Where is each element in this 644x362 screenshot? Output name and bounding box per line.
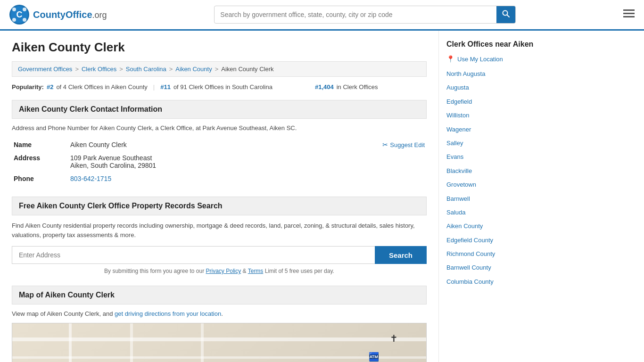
breadcrumb-sep-3: > <box>169 66 173 73</box>
list-item: Augusta <box>446 82 535 93</box>
header-search-button[interactable] <box>496 6 515 23</box>
hamburger-menu-button[interactable] <box>623 9 635 20</box>
sidebar-link-columbia-county[interactable]: Columbia County <box>446 278 494 285</box>
header-search-area <box>214 6 516 24</box>
map-poi-1: ✝ <box>390 333 398 344</box>
use-location-label: Use My Location <box>457 56 503 63</box>
rank1-text: of 4 Clerk Offices in Aiken County <box>56 83 147 90</box>
contact-section-header: Aiken County Clerk Contact Information <box>12 100 427 119</box>
list-item: Columbia County <box>446 276 535 287</box>
sidebar-link-barnwell[interactable]: Barnwell <box>446 195 470 202</box>
map-road-h1 <box>12 337 426 341</box>
sidebar-link-edgefield[interactable]: Edgefield <box>446 98 472 105</box>
sidebar: Clerk Offices near Aiken 📍 Use My Locati… <box>438 31 542 362</box>
content-area: Aiken County Clerk Government Offices > … <box>0 31 438 362</box>
list-item: Blackville <box>446 165 535 176</box>
header-search-input[interactable] <box>215 7 496 22</box>
pin-icon: 📍 <box>446 55 454 63</box>
address-row: Address 109 Park Avenue Southeast Aiken,… <box>12 151 427 172</box>
address-line2: Aiken, South Carolina, 29801 <box>70 162 425 169</box>
phone-value: 803-642-1715 <box>68 172 427 185</box>
rank3-num: #1,404 <box>315 83 334 90</box>
logo-icon: C <box>9 5 29 25</box>
contact-description: Address and Phone Number for Aiken Count… <box>12 124 427 132</box>
breadcrumb-current: Aiken County Clerk <box>221 66 273 73</box>
list-item: Wagener <box>446 124 535 135</box>
svg-rect-11 <box>623 16 635 17</box>
sidebar-link-wagener[interactable]: Wagener <box>446 126 471 133</box>
use-my-location-link[interactable]: 📍 Use My Location <box>446 55 535 63</box>
sidebar-link-blackville[interactable]: Blackville <box>446 167 472 174</box>
name-value: Aiken County Clerk ✂ Suggest Edit <box>68 138 427 151</box>
address-search-input[interactable] <box>12 246 375 264</box>
logo-area: C CountyOffice.org <box>9 5 107 25</box>
list-item: Aiken County <box>446 221 535 231</box>
sidebar-link-north-augusta[interactable]: North Augusta <box>446 70 485 77</box>
edit-icon: ✂ <box>382 141 388 148</box>
header: C CountyOffice.org <box>0 0 644 31</box>
list-item: Williston <box>446 110 535 121</box>
page-title: Aiken County Clerk <box>12 40 427 55</box>
sidebar-title: Clerk Offices near Aiken <box>446 40 535 49</box>
map-placeholder[interactable]: ✝ 🏧 Aiken County Clerk of Court <box>12 323 427 362</box>
address-label: Address <box>12 151 68 172</box>
suggest-edit-label: Suggest Edit <box>390 141 425 148</box>
sidebar-link-aiken-county[interactable]: Aiken County <box>446 222 483 230</box>
address-search-form: Search <box>12 246 427 264</box>
sidebar-link-saluda[interactable]: Saluda <box>446 209 465 216</box>
phone-label: Phone <box>12 172 68 185</box>
list-item: Grovetown <box>446 179 535 190</box>
svg-point-3 <box>12 8 16 11</box>
hamburger-icon <box>623 9 635 18</box>
map-desc-suffix: . <box>221 310 223 317</box>
list-item: Saluda <box>446 207 535 218</box>
contact-info-table: Name Aiken County Clerk ✂ Suggest Edit A… <box>12 138 427 185</box>
contact-section: Aiken County Clerk Contact Information A… <box>12 100 427 185</box>
phone-link[interactable]: 803-642-1715 <box>70 175 111 182</box>
sidebar-link-williston[interactable]: Williston <box>446 112 469 119</box>
sidebar-link-augusta[interactable]: Augusta <box>446 84 469 91</box>
map-section-header: Map of Aiken County Clerk <box>12 286 427 304</box>
logo-text: CountyOffice.org <box>33 9 107 20</box>
sidebar-link-grovetown[interactable]: Grovetown <box>446 181 476 188</box>
map-poi-2: 🏧 <box>369 352 379 362</box>
privacy-policy-link[interactable]: Privacy Policy <box>206 268 241 274</box>
sidebar-link-evans[interactable]: Evans <box>446 153 463 160</box>
terms-link[interactable]: Terms <box>248 268 264 274</box>
sidebar-links-list: North AugustaAugustaEdgefieldWillistonWa… <box>446 68 535 287</box>
breadcrumb-sep-4: > <box>215 66 219 73</box>
property-search-section: Free Aiken County Clerk Office Property … <box>12 197 427 274</box>
sidebar-link-edgefield-county[interactable]: Edgefield County <box>446 237 493 244</box>
rank3-text: in Clerk Offices <box>337 83 378 90</box>
list-item: Edgefield <box>446 96 535 107</box>
breadcrumb-aiken-county[interactable]: Aiken County <box>175 66 212 73</box>
rank1-num: #2 <box>47 83 53 90</box>
disclaimer-and: & <box>243 268 247 274</box>
list-item: Evans <box>446 151 535 162</box>
map-section: Map of Aiken County Clerk View map of Ai… <box>12 286 427 362</box>
list-item: Barnwell County <box>446 262 535 273</box>
svg-rect-10 <box>623 13 635 14</box>
suggest-edit-link[interactable]: ✂ Suggest Edit <box>382 141 425 148</box>
name-row: Name Aiken County Clerk ✂ Suggest Edit <box>12 138 427 151</box>
breadcrumb-government-offices[interactable]: Government Offices <box>18 66 72 73</box>
map-road-v3 <box>201 323 204 362</box>
name-value-text: Aiken County Clerk <box>70 141 127 148</box>
rank2-text: of 91 Clerk Offices in South Carolina <box>173 83 272 90</box>
sidebar-link-salley[interactable]: Salley <box>446 140 463 147</box>
list-item: Richmond County <box>446 248 535 259</box>
list-item: Salley <box>446 138 535 148</box>
svg-point-6 <box>23 18 26 22</box>
search-input-wrapper <box>214 6 516 24</box>
breadcrumb-clerk-offices[interactable]: Clerk Offices <box>82 66 116 73</box>
property-search-button[interactable]: Search <box>375 246 427 264</box>
map-road-h2 <box>12 356 426 359</box>
breadcrumb-south-carolina[interactable]: South Carolina <box>126 66 166 73</box>
list-item: Barnwell <box>446 193 535 204</box>
phone-row: Phone 803-642-1715 <box>12 172 427 185</box>
sidebar-link-barnwell-county[interactable]: Barnwell County <box>446 264 491 271</box>
sidebar-link-richmond-county[interactable]: Richmond County <box>446 250 495 257</box>
name-label: Name <box>12 138 68 151</box>
driving-directions-link[interactable]: get driving directions from your locatio… <box>115 310 221 317</box>
search-icon <box>502 10 510 17</box>
